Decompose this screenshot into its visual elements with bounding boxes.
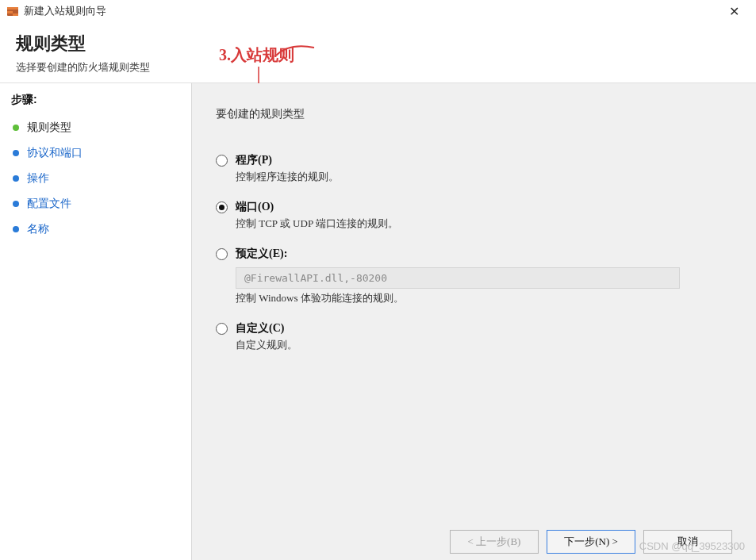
radio-program[interactable]	[216, 155, 228, 167]
bullet-icon	[13, 201, 19, 207]
step-label: 操作	[27, 171, 49, 186]
steps-heading: 步骤:	[11, 93, 180, 107]
step-label: 规则类型	[27, 121, 71, 135]
steps-sidebar: 步骤: 规则类型 协议和端口 操作 配置文件 名称	[0, 83, 192, 560]
bullet-icon	[13, 125, 19, 131]
step-label: 协议和端口	[27, 146, 83, 160]
option-label: 程序(P)	[236, 153, 272, 167]
option-desc: 自定义规则。	[236, 338, 732, 352]
page-title: 规则类型	[16, 32, 740, 56]
titlebar: 新建入站规则向导 ✕	[0, 0, 756, 22]
option-label: 自定义(C)	[236, 321, 284, 336]
content-heading: 要创建的规则类型	[216, 107, 732, 121]
predefined-select[interactable]: @FirewallAPI.dll,-80200	[236, 267, 680, 289]
radio-custom[interactable]	[216, 323, 228, 335]
close-icon[interactable]: ✕	[718, 4, 750, 19]
step-protocol-port[interactable]: 协议和端口	[11, 140, 180, 166]
step-action[interactable]: 操作	[11, 166, 180, 191]
window-title: 新建入站规则向导	[24, 4, 718, 18]
step-profile[interactable]: 配置文件	[11, 191, 180, 217]
option-custom[interactable]: 自定义(C) 自定义规则。	[216, 321, 732, 352]
wizard-header: 规则类型 选择要创建的防火墙规则类型	[0, 22, 756, 82]
option-predefined[interactable]: 预定义(E): @FirewallAPI.dll,-80200 控制 Windo…	[216, 247, 732, 305]
bullet-icon	[13, 226, 19, 232]
back-button: < 上一步(B)	[450, 530, 539, 554]
firewall-wizard-icon	[6, 5, 19, 17]
step-label: 配置文件	[27, 197, 71, 211]
option-label: 端口(O)	[236, 200, 274, 214]
option-label: 预定义(E):	[236, 247, 287, 261]
step-label: 名称	[27, 222, 49, 236]
page-subtitle: 选择要创建的防火墙规则类型	[16, 60, 740, 75]
option-desc: 控制 Windows 体验功能连接的规则。	[236, 291, 732, 305]
cancel-button[interactable]: 取消	[643, 530, 732, 554]
option-desc: 控制程序连接的规则。	[236, 170, 732, 184]
next-button[interactable]: 下一步(N) >	[547, 530, 635, 554]
content-panel: 要创建的规则类型 程序(P) 控制程序连接的规则。 端口(O) 控制 TCP 或…	[192, 83, 756, 560]
svg-rect-2	[7, 11, 13, 13]
svg-rect-3	[13, 13, 18, 16]
radio-predefined[interactable]	[216, 248, 228, 260]
wizard-buttons: < 上一步(B) 下一步(N) > 取消	[216, 522, 732, 554]
bullet-icon	[13, 150, 19, 156]
bullet-icon	[13, 175, 19, 182]
svg-rect-1	[7, 7, 18, 10]
option-desc: 控制 TCP 或 UDP 端口连接的规则。	[236, 217, 732, 231]
option-program[interactable]: 程序(P) 控制程序连接的规则。	[216, 153, 732, 184]
option-port[interactable]: 端口(O) 控制 TCP 或 UDP 端口连接的规则。	[216, 200, 732, 231]
step-rule-type[interactable]: 规则类型	[11, 115, 180, 140]
radio-port[interactable]	[216, 201, 228, 213]
step-name[interactable]: 名称	[11, 217, 180, 242]
